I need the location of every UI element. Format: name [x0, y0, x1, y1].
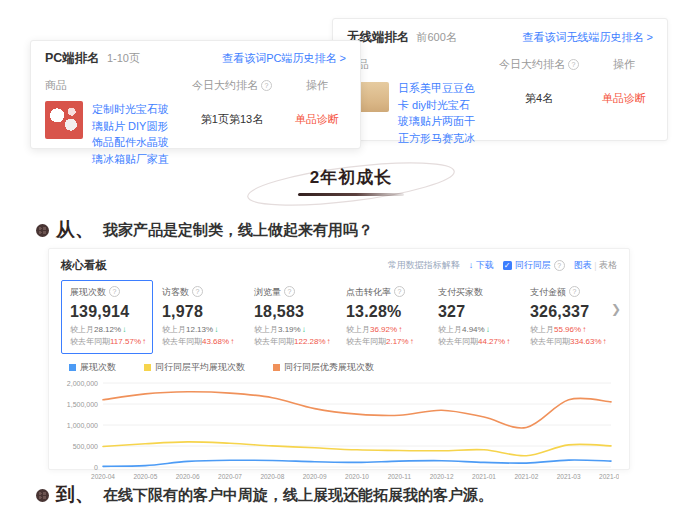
rank-value: 第4名 — [483, 91, 595, 106]
svg-text:1,500,000: 1,500,000 — [67, 400, 98, 407]
svg-text:2020-10: 2020-10 — [345, 473, 369, 480]
metric-card-paying-buyers[interactable]: 支付买家数? 327 较上月4.94%↓ 较去年同期44.27%↑ — [429, 280, 521, 354]
diagnose-link[interactable]: 单品诊断 — [288, 112, 346, 127]
wireless-card-header: 无线端排名 前600名 查看该词无线端历史排名 > — [347, 29, 653, 46]
info-icon: ? — [569, 286, 580, 297]
metric-card-impressions[interactable]: 展现次数? 139,914 较上月28.12%↓ 较去年同期117.57%↑ — [61, 280, 153, 354]
pc-history-link[interactable]: 查看该词PC端历史排名 > — [222, 51, 346, 66]
metric-label: 支付买家数? — [438, 286, 520, 299]
chart-legend: 展现次数 同行同层平均展现次数 同行同层优秀展现次数 — [69, 361, 617, 374]
question-2-prefix: 到、 — [56, 482, 94, 508]
wireless-card-subtitle: 前600名 — [417, 30, 457, 45]
svg-text:2,000,000: 2,000,000 — [67, 379, 98, 386]
wireless-rank-card: 无线端排名 前600名 查看该词无线端历史排名 > 商品 今日大约排名? 操作 … — [332, 18, 668, 141]
table-row: 定制时光宝石玻璃贴片 DIY圆形 饰品配件水晶玻璃冰箱贴厂家直 第1页第13名 … — [45, 101, 346, 167]
legend-swatch — [273, 364, 280, 371]
metric-value: 326,337 — [530, 303, 612, 321]
metric-card-pageviews[interactable]: 浏览量? 18,583 较上月3.19%↓ 较去年同期122.28%↑ — [245, 280, 337, 354]
metric-value: 1,978 — [162, 303, 244, 321]
product-title-link[interactable]: 日系美甲豆豆色卡 diy时光宝石 玻璃贴片两面干正方形马赛克冰 — [389, 80, 483, 146]
legend-item-peer-excellent[interactable]: 同行同层优秀展现次数 — [273, 361, 374, 374]
product-title-link[interactable]: 定制时光宝石玻璃贴片 DIY圆形 饰品配件水晶玻璃冰箱贴厂家直 — [83, 101, 176, 167]
info-icon: ? — [284, 286, 295, 297]
core-dashboard-card: 核心看板 常用数据指标解释 ↓ 下载 ✓ 同行同层? 图表 | 表格 展现次数?… — [48, 248, 630, 470]
trend-line-chart: 2,000,0001,500,0001,000,000500,00002020-… — [61, 377, 617, 487]
metric-mom: 较上月55.96%↑ — [530, 324, 612, 336]
svg-text:2020-09: 2020-09 — [303, 473, 327, 480]
metric-label: 点击转化率? — [346, 286, 428, 299]
divider: | — [592, 261, 599, 271]
svg-text:2020-05: 2020-05 — [133, 473, 157, 480]
column-rank: 今日大约排名? — [483, 57, 595, 72]
metric-value: 327 — [438, 303, 520, 321]
question-2: 到、 在线下限有的客户中周旋，线上展现还能拓展我的客户源。 — [36, 482, 493, 508]
metric-label: 支付金额? — [530, 286, 612, 299]
download-button[interactable]: ↓ 下载 — [469, 259, 494, 272]
svg-text:500,000: 500,000 — [73, 442, 98, 449]
svg-text:2020-11: 2020-11 — [388, 473, 412, 480]
svg-text:2020-12: 2020-12 — [430, 473, 454, 480]
svg-text:2020-07: 2020-07 — [218, 473, 242, 480]
metric-mom: 较上月12.13%↓ — [162, 324, 244, 336]
checkbox-checked-icon[interactable]: ✓ — [503, 261, 512, 270]
diagnose-link[interactable]: 单品诊断 — [595, 91, 653, 106]
milestone-title: 2年初成长 — [238, 166, 464, 189]
info-icon: ? — [109, 286, 120, 297]
question-1-text: 我家产品是定制类，线上做起来有用吗？ — [103, 221, 373, 240]
wireless-history-link[interactable]: 查看该词无线端历史排名 > — [523, 30, 653, 45]
chart-view-button[interactable]: 图表 — [574, 259, 592, 272]
metric-value: 13.28% — [346, 303, 428, 321]
dashboard-toolbar: 常用数据指标解释 ↓ 下载 ✓ 同行同层? 图表 | 表格 — [388, 259, 617, 272]
metric-mom: 较上月36.92%↑ — [346, 324, 428, 336]
pc-rank-card: PC端排名 1-10页 查看该词PC端历史排名 > 商品 今日大约排名? 操作 … — [30, 40, 361, 149]
dashboard-header: 核心看板 常用数据指标解释 ↓ 下载 ✓ 同行同层? 图表 | 表格 — [61, 258, 617, 273]
metric-mom: 较上月3.19%↓ — [254, 324, 336, 336]
svg-text:0: 0 — [94, 463, 98, 470]
pc-card-subtitle: 1-10页 — [107, 51, 140, 66]
legend-item-peer-average[interactable]: 同行同层平均展现次数 — [144, 361, 245, 374]
question-2-text: 在线下限有的客户中周旋，线上展现还能拓展我的客户源。 — [103, 486, 493, 505]
metric-label: 展现次数? — [70, 286, 152, 299]
button-bullet-icon — [36, 224, 49, 237]
svg-text:2021-02: 2021-02 — [514, 473, 538, 480]
info-icon: ? — [192, 286, 203, 297]
svg-text:2020-06: 2020-06 — [176, 473, 200, 480]
legend-swatch — [144, 364, 151, 371]
pc-card-title: PC端排名 — [45, 50, 100, 67]
table-view-button[interactable]: 表格 — [599, 259, 617, 272]
svg-text:2020-08: 2020-08 — [260, 473, 284, 480]
page: 无线端排名 前600名 查看该词无线端历史排名 > 商品 今日大约排名? 操作 … — [0, 0, 677, 513]
metric-mom: 较上月28.12%↓ — [70, 324, 152, 336]
metric-explain-label: 常用数据指标解释 — [388, 259, 460, 272]
metric-yoy: 较去年同期334.63%↑ — [530, 336, 612, 348]
peer-compare-toggle[interactable]: ✓ 同行同层? — [503, 259, 565, 272]
column-action: 操作 — [288, 78, 346, 93]
metric-value: 139,914 — [70, 303, 152, 321]
svg-text:2021-01: 2021-01 — [472, 473, 496, 480]
metric-label: 浏览量? — [254, 286, 336, 299]
metric-yoy: 较去年同期117.57%↑ — [70, 336, 152, 348]
product-thumbnail[interactable] — [45, 101, 83, 139]
metric-value: 18,583 — [254, 303, 336, 321]
title-underline-decoration — [298, 193, 404, 196]
question-1: 从、 我家产品是定制类，线上做起来有用吗？ — [36, 217, 373, 243]
question-1-prefix: 从、 — [56, 217, 94, 243]
legend-item-impressions[interactable]: 展现次数 — [69, 361, 116, 374]
metric-card-visitors[interactable]: 访客数? 1,978 较上月12.13%↓ 较去年同期43.68%↑ — [153, 280, 245, 354]
metric-yoy: 较去年同期2.17%↑ — [346, 336, 428, 348]
metric-card-click-conversion[interactable]: 点击转化率? 13.28% 较上月36.92%↑ 较去年同期2.17%↑ — [337, 280, 429, 354]
svg-text:1,000,000: 1,000,000 — [67, 421, 98, 428]
info-icon: ? — [261, 80, 272, 91]
metric-mom: 较上月4.94%↓ — [438, 324, 520, 336]
dashboard-title: 核心看板 — [61, 258, 107, 273]
metric-yoy: 较去年同期122.28%↑ — [254, 336, 336, 348]
pc-card-header: PC端排名 1-10页 查看该词PC端历史排名 > — [45, 50, 346, 67]
metric-card-payment-amount[interactable]: 支付金额? 326,337 较上月55.96%↑ 较去年同期334.63%↑ — [521, 280, 613, 354]
column-rank: 今日大约排名? — [176, 78, 288, 93]
table-row: 日系美甲豆豆色卡 diy时光宝石 玻璃贴片两面干正方形马赛克冰 第4名 单品诊断 — [347, 80, 653, 146]
metrics-scroll-right-chevron-icon[interactable]: ❯ — [611, 302, 621, 316]
button-bullet-icon — [36, 489, 49, 502]
metric-yoy: 较去年同期43.68%↑ — [162, 336, 244, 348]
metric-yoy: 较去年同期44.27%↑ — [438, 336, 520, 348]
column-product: 商品 — [347, 57, 483, 72]
